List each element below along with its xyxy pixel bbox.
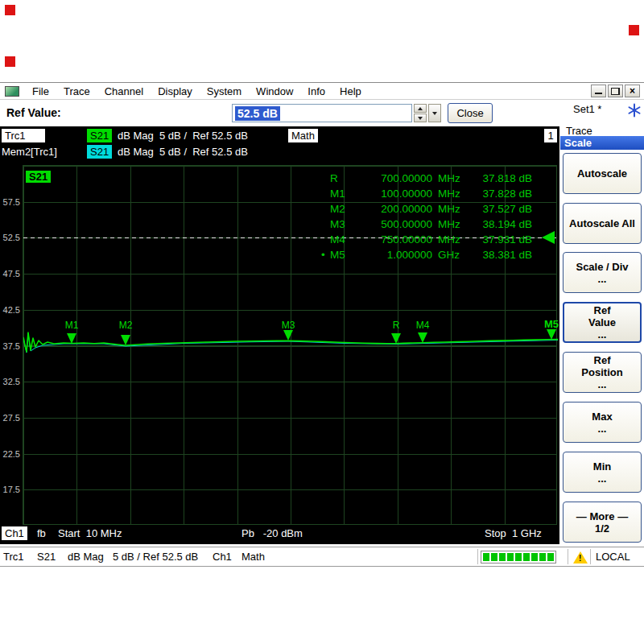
warning-icon: ! (572, 551, 588, 564)
unit-dropdown-button[interactable] (428, 104, 441, 122)
marker-name: M1 (330, 188, 345, 200)
ref-value-input[interactable]: 52.5 dB (232, 104, 412, 122)
progress-block (547, 553, 554, 561)
marker-level: 37.828 dB (468, 188, 532, 200)
sweep-mode-label: fb (37, 526, 46, 540)
chart-marker-label-m4[interactable]: M4 (416, 320, 430, 331)
y-axis-label: 52.5 (3, 233, 20, 242)
marker-frequency: 500.00000 (357, 218, 432, 230)
diagram-number: 1 (544, 129, 557, 142)
window-controls: × (591, 85, 640, 97)
softkey-label: ... (598, 423, 607, 435)
softkey-label: 1/2 (595, 522, 609, 535)
marker-level: 37.527 dB (468, 203, 532, 215)
close-dialog-button[interactable]: Close (448, 103, 493, 123)
menu-display[interactable]: Display (151, 84, 200, 99)
down-arrow-icon (418, 117, 423, 120)
trace2-name[interactable]: Mem2[Trc1] (2, 145, 57, 159)
marker-readout-row: M1 100.00000 MHz 37.828 dB (321, 186, 532, 201)
marker-triangle-m2[interactable] (121, 335, 130, 345)
marker-name: M4 (330, 233, 345, 246)
marker-level: 37.818 dB (468, 172, 532, 184)
softkey-autoscale[interactable]: Autoscale (563, 153, 642, 194)
marker-triangle-m3[interactable] (283, 330, 293, 341)
y-axis-label: 27.5 (3, 413, 20, 423)
screenshot-page: File Trace Channel Display System Window… (0, 0, 644, 644)
marker-frequency: 750.00000 (357, 233, 432, 246)
marker-readout-row: M3 500.00000 MHz 38.194 dB (321, 217, 532, 232)
softkey-label: Position (581, 366, 622, 378)
local-mode-label: LOCAL (596, 547, 630, 566)
softkey-label: ... (598, 328, 607, 341)
y-axis-label: 32.5 (3, 377, 20, 386)
step-down-button[interactable] (414, 114, 427, 122)
marker-unit: MHz (432, 188, 468, 200)
trace2-meas-badge: S21 (87, 145, 112, 159)
marker-name: R (330, 172, 338, 184)
channel-badge[interactable]: Ch1 (2, 526, 27, 540)
marker-name: M3 (330, 218, 345, 230)
status-math: Math (242, 547, 265, 566)
y-axis-label: 47.5 (3, 269, 20, 279)
softkey-more[interactable]: — More — 1/2 (563, 502, 642, 543)
start-frequency: Start 10 MHz (58, 526, 122, 540)
marker-triangle-m5[interactable] (547, 329, 556, 340)
progress-block (531, 553, 538, 561)
graph-area: 57.5 52.5 47.5 42.5 37.5 32.5 27.5 22.5 … (23, 165, 557, 525)
softkey-scale-div[interactable]: Scale / Div ... (563, 252, 642, 293)
chart-marker-label-m2[interactable]: M2 (119, 320, 133, 331)
marker-triangle-r[interactable] (391, 333, 401, 344)
menu-trace[interactable]: Trace (56, 84, 97, 99)
menu-channel[interactable]: Channel (97, 84, 151, 99)
status-bar: Trc1 S21 dB Mag 5 dB / Ref 52.5 dB Ch1 M… (0, 547, 644, 567)
marker-triangle-m1[interactable] (67, 333, 76, 344)
minimize-button[interactable] (591, 85, 606, 97)
softkey-group-label: Trace (566, 125, 592, 137)
close-window-button[interactable]: × (625, 85, 640, 97)
step-up-button[interactable] (414, 104, 427, 113)
trace1-math-badge: Math (288, 129, 318, 142)
softkey-autoscale-all[interactable]: Autoscale All (563, 203, 642, 244)
chart-marker-label-r[interactable]: R (393, 320, 400, 331)
sweep-progress-indicator (481, 551, 556, 564)
minimize-icon (595, 93, 602, 94)
marker-readout-row: •M5 1.000000 GHz 38.381 dB (321, 247, 532, 262)
restore-button[interactable] (608, 85, 623, 97)
y-axis-label: 22.5 (3, 449, 20, 459)
softkey-min[interactable]: Min ... (563, 452, 642, 493)
softkey-max[interactable]: Max ... (563, 402, 642, 443)
softkey-label: Scale / Div (576, 261, 628, 273)
menu-file[interactable]: File (25, 84, 56, 99)
menu-help[interactable]: Help (332, 84, 369, 99)
chart-marker-label-m3[interactable]: M3 (282, 320, 295, 331)
close-icon: × (630, 85, 635, 97)
calibration-mark (5, 56, 15, 67)
chart-marker-label-m5[interactable]: M5 (544, 318, 559, 330)
marker-name: M2 (330, 203, 345, 215)
softkey-ref-value[interactable]: Ref Value ... (563, 302, 642, 343)
ref-value-label: Ref Value: (6, 106, 61, 119)
up-arrow-icon (418, 107, 423, 110)
progress-block (491, 553, 497, 561)
softkey-label: Value (588, 316, 616, 328)
marker-frequency: 700.00000 (357, 172, 432, 184)
setup-name: Set1 * (573, 103, 601, 115)
ref-value-text: 52.5 dB (235, 106, 280, 121)
menu-window[interactable]: Window (249, 84, 300, 99)
trace1-name[interactable]: Trc1 (2, 129, 45, 142)
marker-frequency: 100.00000 (357, 188, 432, 200)
trace-graph-badge: S21 (26, 171, 51, 183)
chevron-down-icon (432, 112, 437, 115)
progress-block (523, 553, 530, 561)
menu-info[interactable]: Info (300, 84, 332, 99)
menu-system[interactable]: System (200, 84, 249, 99)
value-stepper (414, 104, 441, 122)
marker-triangle-m4[interactable] (418, 332, 427, 343)
softkey-label: Ref (594, 304, 611, 316)
chart-marker-label-m1[interactable]: M1 (65, 320, 79, 331)
menu-bar: File Trace Channel Display System Window… (0, 82, 644, 100)
softkey-ref-position[interactable]: Ref Position ... (563, 352, 642, 393)
softkey-label: ... (598, 473, 607, 485)
marker-readout-row: M4 750.00000 MHz 37.931 dB (321, 232, 532, 247)
softkey-label: Ref (594, 354, 611, 366)
